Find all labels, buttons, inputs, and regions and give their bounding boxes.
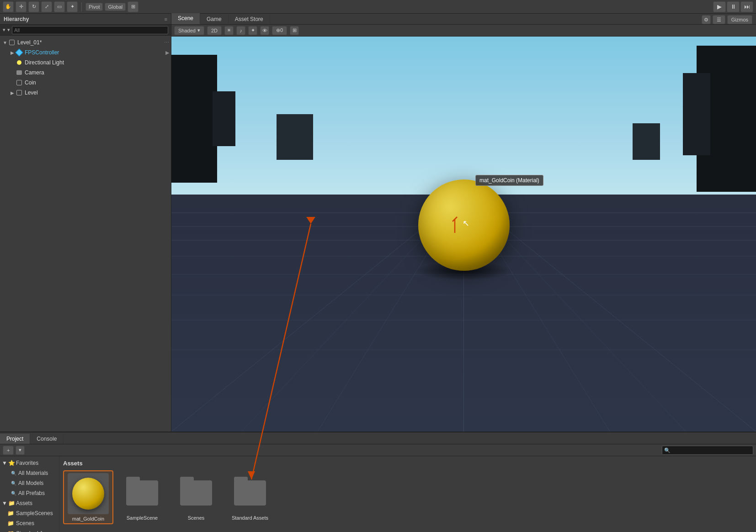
level-label: Level (25, 90, 38, 96)
asset-filter-btn[interactable]: ▾ (16, 446, 25, 455)
scene-wrapper: Scene Game Asset Store ⚙ ☰ Gizmos Shaded… (171, 14, 756, 432)
all-prefabs-label: All Prefabs (18, 490, 45, 496)
hierarchy-search-input[interactable] (12, 26, 168, 34)
project-search-input[interactable] (662, 446, 753, 455)
2d-btn[interactable]: 2D (207, 26, 222, 35)
expand-camera (9, 69, 16, 76)
hierarchy-item-fps[interactable]: ▶ FPSController ▶ (7, 47, 171, 58)
asset-label-samplescene: SampleScene (127, 515, 158, 521)
lighting-btn[interactable]: ☀ (224, 26, 234, 35)
gold-ball-preview (72, 478, 104, 510)
layers-btn[interactable]: ☰ (713, 15, 725, 24)
scenes-label: Scenes (16, 520, 34, 527)
project-main: Assets mat_GoldCoin SampleSc (59, 456, 756, 532)
light-icon (16, 59, 23, 66)
asset-thumbnail-goldcoin (68, 473, 109, 514)
audio-btn[interactable]: ♪ (236, 26, 245, 35)
bottom-tabs: Project Console (0, 432, 756, 444)
scale-tool-btn[interactable]: ⤢ (41, 1, 52, 12)
asset-scenes[interactable]: Scenes (171, 470, 221, 524)
hidden-btn[interactable]: 👁 (260, 26, 269, 35)
hierarchy-item-level[interactable]: ▶ Level (7, 88, 171, 98)
shading-dropdown-icon: ▾ (197, 27, 200, 33)
top-toolbar: ✋ ✛ ↻ ⤢ ▭ ✦ Pivot Global ⊞ ▶ ⏸ ⏭ (0, 0, 756, 14)
fps-label: FPSController (25, 49, 59, 56)
console-tab[interactable]: Console (30, 434, 64, 444)
sidebar-scenes[interactable]: 📁 Scenes (0, 518, 59, 528)
all-models-label: All Models (18, 480, 43, 486)
gizmos-btn[interactable]: Gizmos (727, 15, 752, 24)
coin-sphere (418, 179, 510, 271)
hierarchy-item-dirlight[interactable]: Directional Light (7, 58, 171, 68)
global-btn[interactable]: Global (105, 3, 126, 11)
move-tool-btn[interactable]: ✛ (16, 1, 27, 12)
game-tab[interactable]: Game (200, 14, 229, 24)
search-icon-models: 🔍 (11, 481, 16, 486)
building-1 (171, 55, 217, 183)
pivot-btn[interactable]: Pivot (85, 3, 103, 11)
gizmos-settings-btn[interactable]: ⚙ (702, 15, 711, 24)
asset-store-tab[interactable]: Asset Store (229, 14, 270, 24)
expand-level01[interactable]: ▼ (2, 39, 8, 46)
filter-icon2: ▾ (7, 27, 10, 33)
standard-label: Standard As... (16, 530, 50, 532)
building-mid-l (277, 114, 313, 160)
sidebar-assets-section[interactable]: ▼ 📁 Assets (0, 498, 59, 508)
fps-options[interactable]: ▶ (165, 50, 169, 56)
scene-toolbar: Shaded ▾ 2D ☀ ♪ ✦ 👁 ⊕0 ⊞ (171, 25, 756, 37)
sidebar-all-materials[interactable]: 🔍 All Materials (7, 468, 59, 478)
overlay-btn[interactable]: ⊕0 (272, 26, 287, 35)
asset-standard-assets[interactable]: Standard Assets (225, 470, 275, 524)
add-asset-btn[interactable]: + (3, 446, 14, 455)
expand-level[interactable]: ▶ (9, 90, 16, 96)
project-tab[interactable]: Project (0, 434, 30, 444)
level01-label: Level_01* (17, 39, 42, 46)
sidebar-all-models[interactable]: 🔍 All Models (7, 478, 59, 488)
folder-icon-samplescene (126, 480, 158, 506)
assets-arrow: ▼ (2, 500, 7, 506)
sidebar-favorites-section[interactable]: ▼ ⭐ Favorites (0, 458, 59, 468)
asset-samplescene[interactable]: SampleScene (117, 470, 167, 524)
folder-icon-scenes: 📁 (7, 520, 14, 527)
all-materials-label: All Materials (18, 470, 48, 476)
expand-fps[interactable]: ▶ (9, 49, 16, 56)
building-3 (683, 73, 710, 155)
shading-btn[interactable]: Shaded ▾ (174, 26, 204, 35)
step-button[interactable]: ⏭ (740, 1, 753, 12)
hierarchy-header: Hierarchy ≡ (0, 14, 171, 25)
camera-label: Camera (25, 69, 44, 76)
sidebar-standard-assets[interactable]: 📁 Standard As... (0, 528, 59, 532)
hand-tool-btn[interactable]: ✋ (3, 1, 14, 12)
effects-btn[interactable]: ✦ (248, 26, 257, 35)
pause-button[interactable]: ⏸ (727, 1, 740, 12)
asset-thumbnail-standard (229, 472, 271, 513)
coin-label: Coin (25, 79, 36, 86)
scene-tab[interactable]: Scene (171, 13, 200, 24)
sidebar-all-prefabs[interactable]: 🔍 All Prefabs (7, 488, 59, 498)
favorites-label: Favorites (16, 460, 38, 466)
bottom-panel: Project Console + ▾ ▼ ⭐ Favorites 🔍 All (0, 432, 756, 532)
expand-dirlight (9, 59, 16, 66)
play-button[interactable]: ▶ (713, 1, 726, 12)
custom-tool-btn[interactable]: ✦ (67, 1, 78, 12)
main-area: Hierarchy ≡ ▾ ▾ ▼ Level_01* ⋯ (0, 14, 756, 532)
folder-icon-standard-asset (234, 480, 266, 506)
level01-options[interactable]: ⋯ (164, 40, 169, 46)
folder-icon-samplescenes: 📁 (7, 510, 14, 516)
separator-1 (81, 2, 82, 11)
rotate-tool-btn[interactable]: ↻ (28, 1, 39, 12)
hierarchy-item-coin[interactable]: Coin (7, 78, 171, 88)
scene-viewport[interactable]: mat_GoldCoin (Material) ↖ (171, 37, 756, 432)
expand-coin (9, 79, 16, 86)
asset-mat-goldcoin[interactable]: mat_GoldCoin (63, 470, 113, 524)
global-label: Global (108, 4, 122, 10)
hierarchy-title: Hierarchy (4, 16, 29, 22)
rect-tool-btn[interactable]: ▭ (54, 1, 65, 12)
building-mid-r (633, 123, 660, 160)
hierarchy-item-camera[interactable]: Camera (7, 68, 171, 78)
sidebar-samplescenes[interactable]: 📁 SampleScenes (0, 508, 59, 518)
grid-btn[interactable]: ⊞ (290, 26, 299, 35)
grid-snap-btn[interactable]: ⊞ (128, 1, 138, 12)
hierarchy-item-level01[interactable]: ▼ Level_01* ⋯ (0, 37, 171, 47)
asset-label-standard: Standard Assets (232, 515, 268, 521)
